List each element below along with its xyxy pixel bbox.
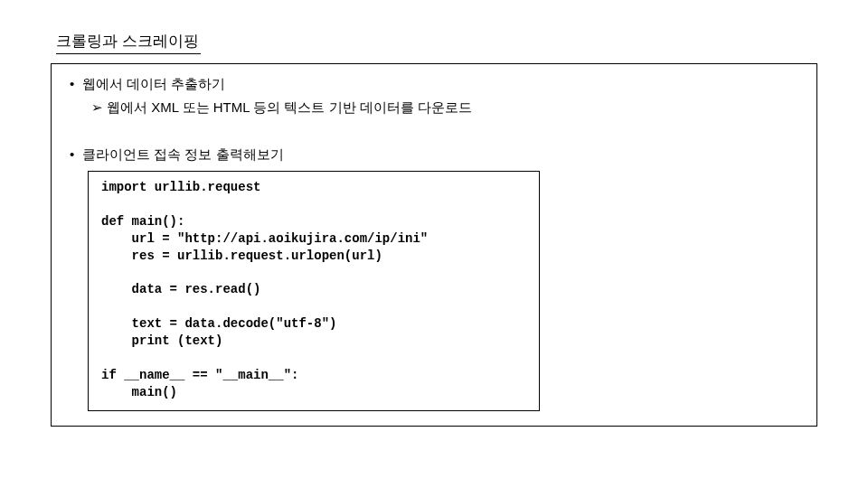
chevron-right-icon: ➢ [91,97,103,118]
bullet-icon: • [70,73,82,95]
content-box: •웹에서 데이터 추출하기 ➢웹에서 XML 또는 HTML 등의 텍스트 기반… [51,63,817,427]
bullet-web-extract: •웹에서 데이터 추출하기 [70,73,798,95]
code-block: import urllib.request def main(): url = … [88,171,540,411]
bullet-client-info-label: 클라이언트 접속 정보 출력해보기 [82,146,284,162]
sub-item-download: ➢웹에서 XML 또는 HTML 등의 텍스트 기반 데이터를 다운로드 [91,97,798,118]
bullet-client-info: •클라이언트 접속 정보 출력해보기 [70,144,798,165]
bullet-icon: • [70,144,82,165]
page-title: 크롤링과 스크레이핑 [56,31,201,54]
bullet-web-extract-label: 웹에서 데이터 추출하기 [82,76,225,91]
sub-item-download-label: 웹에서 XML 또는 HTML 등의 텍스트 기반 데이터를 다운로드 [107,99,472,115]
